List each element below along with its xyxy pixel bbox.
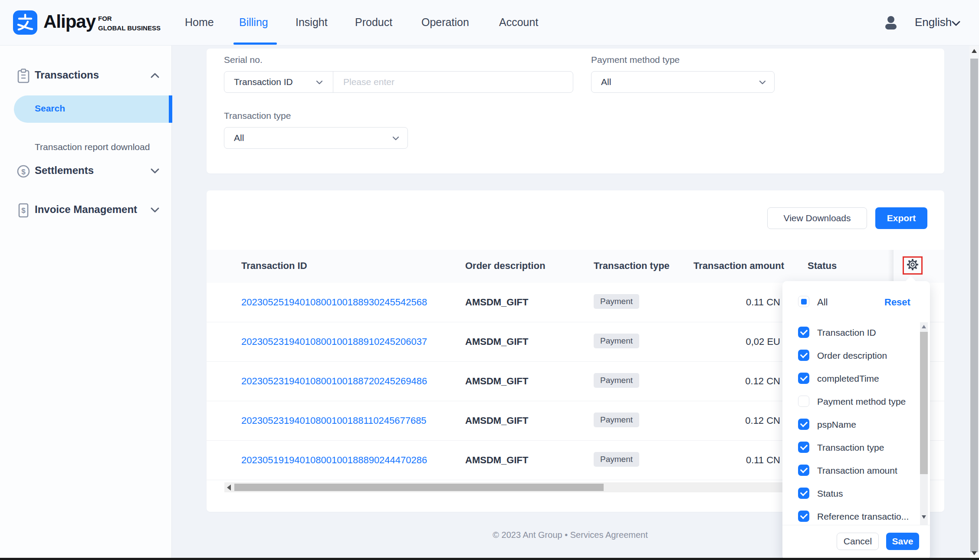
nav-item-insight[interactable]: Insight [296, 0, 328, 46]
column-settings-popup: All Reset Transaction ID Order descripti… [782, 281, 930, 560]
column-option-row[interactable]: Transaction amount [782, 459, 930, 482]
option-label: Status [817, 488, 843, 499]
clipboard-icon [16, 68, 30, 85]
popup-scrollbar[interactable] [920, 322, 928, 525]
cancel-button[interactable]: Cancel [837, 533, 879, 550]
payment-method-type-value: All [601, 77, 611, 87]
option-checkbox[interactable] [798, 373, 809, 384]
transaction-amount-cell: 0.12 CN [641, 415, 780, 426]
transaction-id-link[interactable]: 20230523194010800100188720245269486 [241, 376, 427, 387]
active-tab-underline [233, 43, 277, 45]
nav-item-operation[interactable]: Operation [421, 0, 469, 46]
option-label: Transaction type [817, 442, 884, 453]
column-option-row[interactable]: pspName [782, 413, 930, 436]
horizontal-scrollbar-thumb[interactable] [234, 484, 604, 491]
transaction-amount-cell: 0,02 EU [641, 336, 780, 347]
option-checkbox[interactable] [798, 511, 809, 522]
serial-no-input[interactable]: Please enter [343, 77, 394, 87]
view-downloads-button[interactable]: View Downloads [767, 207, 867, 229]
gear-icon[interactable] [906, 258, 919, 273]
chevron-up-icon [149, 71, 161, 82]
chevron-down-icon [391, 134, 401, 145]
column-options-list: Transaction ID Order description complet… [782, 321, 930, 528]
option-checkbox[interactable] [798, 350, 809, 361]
transaction-amount-cell: 0.11 CN [641, 455, 780, 466]
column-option-row[interactable]: Transaction ID [782, 321, 930, 344]
divider [333, 72, 333, 92]
nav-item-product[interactable]: Product [355, 0, 392, 46]
option-label: Payment method type [817, 396, 906, 407]
order-description-cell: AMSDM_GIFT [465, 297, 528, 308]
transaction-id-link[interactable]: 20230523194010800100188910245206037 [241, 336, 427, 347]
sidebar-item-invoice-management[interactable]: $ Invoice Management [0, 198, 172, 223]
option-checkbox[interactable] [798, 396, 809, 407]
col-header-transaction-type: Transaction type [594, 260, 670, 272]
user-avatar-icon[interactable] [884, 16, 898, 30]
sidebar-item-label: Settlements [35, 164, 94, 177]
transaction-type-badge: Payment [594, 452, 639, 467]
order-description-cell: AMSDM_GIFT [465, 336, 528, 347]
option-label: Order description [817, 350, 887, 361]
transaction-amount-cell: 0.12 CN [641, 376, 780, 387]
nav-item-account[interactable]: Account [499, 0, 538, 46]
option-checkbox[interactable] [798, 465, 809, 476]
page-scrollbar-thumb[interactable] [970, 59, 978, 552]
transaction-id-link[interactable]: 20230523194010800100188110245677685 [241, 415, 427, 426]
language-selector[interactable]: English [915, 0, 952, 46]
serial-no-label: Serial no. [224, 55, 263, 65]
option-checkbox[interactable] [798, 419, 809, 430]
column-option-row[interactable]: Payment method type [782, 390, 930, 413]
column-settings-highlight-box [903, 256, 923, 275]
serial-type-select[interactable]: Transaction ID [234, 77, 293, 87]
transaction-id-link[interactable]: 20230519194010800100188890244470286 [241, 455, 427, 466]
sidebar-item-search[interactable]: Search [35, 103, 65, 114]
alipay-wordmark: Alipay [43, 11, 95, 32]
scroll-up-arrow-icon[interactable] [922, 325, 926, 328]
sidebar-item-transactions[interactable]: Transactions [0, 64, 172, 88]
scroll-left-arrow-icon[interactable] [227, 485, 231, 491]
option-checkbox[interactable] [798, 442, 809, 453]
top-navbar: Alipay FOR GLOBAL BUSINESS Home Billing … [0, 0, 979, 46]
scroll-up-arrow-icon[interactable] [972, 49, 977, 53]
nav-item-billing[interactable]: Billing [239, 0, 268, 46]
nav-item-home[interactable]: Home [185, 0, 214, 46]
option-label: Reference transactio... [817, 511, 909, 522]
brand-tagline: FOR GLOBAL BUSINESS [98, 14, 161, 33]
active-item-indicator [169, 95, 172, 123]
transaction-id-link[interactable]: 20230525194010800100188930245542568 [241, 297, 427, 308]
order-description-cell: AMSDM_GIFT [465, 455, 528, 466]
export-button[interactable]: Export [875, 207, 927, 229]
svg-text:$: $ [21, 168, 26, 176]
sidebar-item-label: Transactions [35, 69, 99, 81]
column-option-row[interactable]: completedTime [782, 367, 930, 390]
option-checkbox[interactable] [798, 488, 809, 499]
popup-scrollbar-thumb[interactable] [920, 332, 928, 474]
window-bottom-edge [0, 558, 979, 560]
option-checkbox[interactable] [798, 327, 809, 338]
reset-link[interactable]: Reset [884, 297, 910, 308]
page-vertical-scrollbar[interactable] [969, 46, 979, 558]
sidebar-item-settlements[interactable]: $ Settlements [0, 159, 172, 183]
table-header-row: Transaction ID Order description Transac… [207, 250, 944, 283]
option-label: Transaction ID [817, 327, 876, 338]
tagline-bottom: GLOBAL BUSINESS [98, 23, 161, 33]
search-filters-panel: Serial no. Transaction ID Please enter P… [207, 49, 944, 174]
payment-method-type-label: Payment method type [591, 55, 680, 65]
transaction-type-select[interactable]: All [224, 127, 408, 149]
scroll-down-arrow-icon[interactable] [922, 515, 926, 519]
column-option-row[interactable]: Status [782, 482, 930, 505]
sidebar-item-label: Invoice Management [35, 203, 137, 216]
col-header-order-description: Order description [465, 260, 545, 272]
sidebar-item-transaction-report-download[interactable]: Transaction report download [35, 142, 150, 152]
scroll-down-arrow-icon[interactable] [972, 551, 977, 555]
transaction-type-badge: Payment [594, 334, 639, 348]
all-columns-checkbox[interactable] [798, 296, 809, 307]
payment-method-type-select[interactable]: All [591, 71, 775, 93]
chevron-down-icon [149, 166, 161, 177]
order-description-cell: AMSDM_GIFT [465, 376, 528, 387]
dollar-circle-icon: $ [16, 164, 30, 181]
save-button[interactable]: Save [886, 533, 919, 550]
column-option-row[interactable]: Order description [782, 344, 930, 367]
column-option-row[interactable]: Transaction type [782, 436, 930, 459]
transaction-type-label: Transaction type [224, 111, 291, 121]
